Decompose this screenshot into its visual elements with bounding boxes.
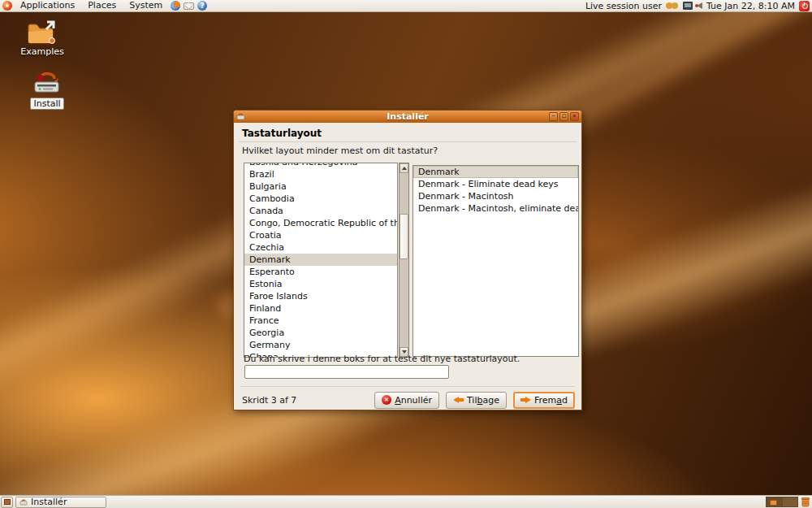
- window-body: Tastaturlayout Hvilket layout minder mes…: [234, 123, 581, 410]
- back-arrow-icon: [453, 397, 464, 404]
- screen: Applications Places System ? Live sessio…: [0, 0, 812, 508]
- list-item[interactable]: Czechia: [244, 241, 397, 254]
- list-item-selected[interactable]: Denmark: [413, 166, 578, 178]
- menu-system[interactable]: System: [124, 0, 167, 11]
- forward-button[interactable]: Fremad: [513, 392, 575, 409]
- task-button-label: Installér: [31, 497, 67, 507]
- show-desktop-icon: [4, 499, 11, 505]
- install-label: Install: [30, 98, 63, 110]
- bottom-panel: Installér: [0, 495, 812, 508]
- layout-list-scrollbar[interactable]: [399, 163, 409, 358]
- task-window-icon: [19, 499, 28, 506]
- forward-arrow-icon: [520, 397, 531, 404]
- help-launcher-icon[interactable]: ?: [197, 1, 207, 11]
- workspace-window-thumb: [770, 500, 777, 506]
- show-desktop-button[interactable]: [1, 497, 13, 508]
- test-typing-label: Du kan skrive i denne boks for at teste …: [244, 354, 520, 364]
- volume-icon[interactable]: [697, 2, 702, 9]
- scroll-up-button[interactable]: [400, 163, 408, 173]
- desktop-icon-examples[interactable]: Examples: [16, 20, 68, 57]
- trash-icon[interactable]: [801, 497, 810, 507]
- question-label: Hvilket layout minder mest om dit tastat…: [242, 145, 438, 156]
- cancel-icon: [382, 395, 391, 405]
- list-item[interactable]: Denmark - Eliminate dead keys: [413, 178, 578, 190]
- list-item-selected[interactable]: Denmark: [244, 254, 397, 266]
- list-item[interactable]: Georgia: [244, 327, 397, 339]
- list-item[interactable]: Finland: [244, 302, 397, 315]
- workspace-switcher[interactable]: [766, 497, 798, 507]
- menu-applications[interactable]: Applications: [15, 0, 80, 11]
- list-item[interactable]: Croatia: [244, 229, 397, 241]
- examples-folder-icon: [27, 20, 58, 45]
- power-button-icon[interactable]: [799, 1, 810, 11]
- workspace-1[interactable]: [767, 497, 782, 506]
- window-title: Installér: [234, 111, 581, 123]
- close-button[interactable]: [570, 112, 579, 121]
- step-indicator: Skridt 3 af 7: [242, 395, 296, 406]
- page-title: Tastaturlayout: [242, 128, 322, 139]
- list-item[interactable]: Canada: [244, 205, 397, 217]
- user-switcher-icon[interactable]: [666, 2, 679, 11]
- footer: Skridt 3 af 7 Annullér Tilbage Fremad: [242, 391, 575, 409]
- maximize-button[interactable]: [559, 112, 568, 121]
- list-item[interactable]: Congo, Democratic Republic of the: [244, 217, 397, 229]
- heading-separator: [239, 141, 577, 142]
- list-item[interactable]: Faroe Islands: [244, 290, 397, 302]
- cancel-button[interactable]: Annullér: [374, 392, 439, 409]
- minimize-button[interactable]: [549, 112, 558, 121]
- list-item[interactable]: Cambodia: [244, 193, 397, 205]
- ubuntu-logo-icon[interactable]: [2, 1, 12, 11]
- titlebar[interactable]: Installér: [234, 111, 581, 123]
- examples-label: Examples: [20, 46, 63, 57]
- list-item[interactable]: Esperanto: [244, 266, 397, 278]
- keyboard-layout-list[interactable]: Bosnia and Herzegovina Brazil Bulgaria C…: [244, 163, 398, 358]
- user-switcher-label[interactable]: Live session user: [585, 1, 662, 11]
- keyboard-variant-list[interactable]: Denmark Denmark - Eliminate dead keys De…: [412, 165, 579, 357]
- footer-separator: [240, 386, 575, 387]
- display-icon[interactable]: [683, 2, 693, 10]
- keyboard-test-input[interactable]: [244, 365, 449, 379]
- desktop-icon-install[interactable]: Install: [21, 72, 73, 110]
- list-item[interactable]: Brazil: [244, 168, 397, 180]
- list-item[interactable]: Bulgaria: [244, 180, 397, 193]
- install-drive-icon: [32, 72, 63, 96]
- firefox-launcher-icon[interactable]: [171, 1, 180, 11]
- mail-launcher-icon[interactable]: [184, 2, 194, 10]
- clock[interactable]: Tue Jan 22, 8:10 AM: [706, 1, 795, 11]
- taskbar-button-installer[interactable]: Installér: [15, 497, 106, 508]
- list-item[interactable]: Denmark - Macintosh, eliminate dead keys: [413, 202, 578, 215]
- list-item[interactable]: Denmark - Macintosh: [413, 190, 578, 202]
- installer-window: Installér Tastaturlayout Hvilket layout …: [233, 110, 582, 410]
- menu-places[interactable]: Places: [83, 0, 121, 11]
- workspace-2[interactable]: [782, 497, 797, 506]
- back-button[interactable]: Tilbage: [446, 392, 507, 409]
- list-item[interactable]: Estonia: [244, 278, 397, 290]
- scrollbar-thumb[interactable]: [400, 214, 408, 259]
- arrow-up-icon: [402, 167, 407, 170]
- list-item[interactable]: Germany: [244, 339, 397, 351]
- list-item[interactable]: France: [244, 315, 397, 327]
- top-panel: Applications Places System ? Live sessio…: [0, 0, 812, 12]
